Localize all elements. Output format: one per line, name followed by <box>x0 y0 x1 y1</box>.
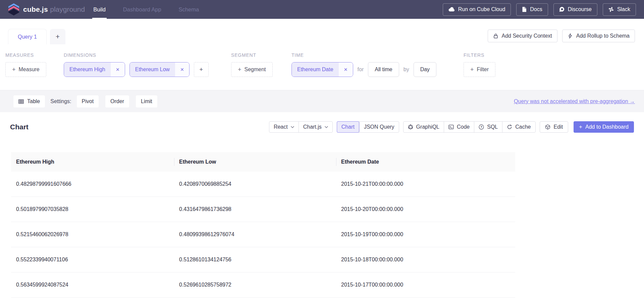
nav-tabs: Build Dashboard App Schema <box>92 0 200 19</box>
code-label: Code <box>457 124 470 130</box>
order-button[interactable]: Order <box>105 95 129 107</box>
plus-icon: + <box>238 66 241 73</box>
discourse-icon <box>559 7 565 12</box>
cubejs-playground: cube.js playground Build Dashboard App S… <box>0 0 644 302</box>
slack-label: Slack <box>617 6 630 12</box>
add-security-context-label: Add Security Context <box>502 33 552 39</box>
plus-icon: + <box>470 66 474 73</box>
edit-label: Edit <box>554 124 563 130</box>
remove-chip-icon[interactable]: × <box>339 62 353 77</box>
add-to-dashboard-label: Add to Dashboard <box>585 124 629 130</box>
pivot-button[interactable]: Pivot <box>77 95 99 107</box>
result-settings-bar: Table Settings: Pivot Order Limit Query … <box>0 90 644 112</box>
cell-ethereum-low: 0.48099398612976074 <box>174 231 336 238</box>
cube-logo-icon <box>8 3 19 16</box>
cell-ethereum-high: 0.5018979907035828 <box>11 206 174 212</box>
chevron-down-icon <box>291 126 294 128</box>
refresh-icon <box>507 124 512 130</box>
slack-icon <box>608 7 614 12</box>
run-on-cube-cloud-button[interactable]: Run on Cube Cloud <box>443 3 511 16</box>
table-row: 0.48298799991607666 0.4208970069885254 2… <box>11 172 515 197</box>
add-filter-label: Filter <box>477 67 489 73</box>
cloud-icon <box>448 7 455 12</box>
table-view-button[interactable]: Table <box>13 95 45 107</box>
date-range-button[interactable]: All time <box>368 62 399 77</box>
framework-select-value: React <box>274 124 288 130</box>
terminal-icon <box>448 124 454 130</box>
lock-icon <box>493 33 498 39</box>
zap-icon <box>568 33 573 39</box>
nav-tab-dashboard-app[interactable]: Dashboard App <box>122 0 162 19</box>
discourse-label: Discourse <box>568 6 592 12</box>
cell-ethereum-low: 0.5128610134124756 <box>174 257 336 263</box>
chip-label: Ethereum Low <box>130 62 175 77</box>
edit-button[interactable]: Edit <box>540 121 569 133</box>
column-header-ethereum-date: Ethereum Date <box>336 159 515 165</box>
nav-tab-build[interactable]: Build <box>92 0 107 19</box>
view-tabs: Chart JSON Query <box>337 121 399 133</box>
chart-panel-controls: React Chart.js <box>269 121 634 133</box>
segment-label: SEGMENT <box>231 52 273 58</box>
add-segment-label: Segment <box>245 67 266 73</box>
discourse-button[interactable]: Discourse <box>553 3 597 16</box>
chip-label: Ethereum High <box>64 62 111 77</box>
add-segment-button[interactable]: + Segment <box>231 62 273 77</box>
library-select-value: Chart.js <box>303 124 322 130</box>
granularity-button[interactable]: Day <box>414 62 436 77</box>
plus-icon: + <box>12 66 16 73</box>
chart-panel-header: Chart React Chart.js <box>10 121 634 133</box>
table-row: 0.5634599924087524 0.5269610285758972 20… <box>11 272 515 298</box>
tab-json-query[interactable]: JSON Query <box>359 122 399 132</box>
add-dimension-button[interactable]: + <box>194 62 209 77</box>
add-rollup-to-schema-button[interactable]: Add Rollup to Schema <box>562 30 635 42</box>
cell-ethereum-date: 2015-10-18T00:00:00.000 <box>336 257 515 263</box>
filters-label: FILTERS <box>464 52 495 58</box>
svg-text:?: ? <box>480 125 482 129</box>
add-query-tab-button[interactable]: + <box>50 29 65 44</box>
framework-select[interactable]: React <box>269 122 299 132</box>
add-filter-button[interactable]: + Filter <box>464 62 495 77</box>
by-text: by <box>404 67 409 73</box>
measures-group: MEASURES + Measure <box>5 52 46 77</box>
nav-tab-schema[interactable]: Schema <box>178 0 200 19</box>
table-view-label: Table <box>27 98 40 104</box>
preaggregation-link[interactable]: Query was not accelerated with pre-aggre… <box>514 98 635 104</box>
tab-chart[interactable]: Chart <box>337 121 359 133</box>
add-measure-button[interactable]: + Measure <box>5 62 46 77</box>
tab-cache[interactable]: Cache <box>502 122 535 132</box>
cache-label: Cache <box>515 124 531 130</box>
slack-button[interactable]: Slack <box>603 3 636 16</box>
codesandbox-icon <box>545 124 550 130</box>
add-to-dashboard-button[interactable]: + Add to Dashboard <box>574 121 634 133</box>
cell-ethereum-date: 2015-10-20T00:00:00.000 <box>336 206 515 212</box>
framework-library-selects: React Chart.js <box>269 121 333 133</box>
cubejs-logo: cube.js playground <box>8 3 85 16</box>
plus-icon: + <box>579 124 582 130</box>
tab-sql[interactable]: ? SQL <box>474 122 502 132</box>
remove-chip-icon[interactable]: × <box>175 62 189 77</box>
top-navbar: cube.js playground Build Dashboard App S… <box>0 0 644 19</box>
cell-ethereum-date: 2015-10-19T00:00:00.000 <box>336 231 515 238</box>
remove-chip-icon[interactable]: × <box>111 62 125 77</box>
docs-button[interactable]: Docs <box>516 3 548 16</box>
time-chip-ethereum-date[interactable]: Ethereum Date × <box>291 62 353 77</box>
cell-ethereum-low: 0.4316479861736298 <box>174 206 336 212</box>
dimension-chip-ethereum-low[interactable]: Ethereum Low × <box>129 62 190 77</box>
logo-suffix: playground <box>50 5 85 13</box>
for-text: for <box>358 67 364 73</box>
query-tab-1[interactable]: Query 1 <box>8 29 47 44</box>
query-tabs-row: Query 1 + Add Security Context Add <box>0 19 644 44</box>
tab-code[interactable]: Code <box>444 122 474 132</box>
chart-panel-title: Chart <box>10 123 29 131</box>
dimension-chip-ethereum-high[interactable]: Ethereum High × <box>64 62 125 77</box>
limit-button[interactable]: Limit <box>136 95 157 107</box>
settings-label: Settings: <box>50 98 71 104</box>
library-select[interactable]: Chart.js <box>299 122 332 132</box>
dimensions-label: DIMENSIONS <box>64 52 209 58</box>
tab-graphiql[interactable]: GraphiQL <box>404 122 444 132</box>
graphiql-label: GraphiQL <box>416 124 439 130</box>
add-security-context-button[interactable]: Add Security Context <box>488 30 557 42</box>
cell-ethereum-date: 2015-10-17T00:00:00.000 <box>336 282 515 288</box>
filters-group: FILTERS + Filter <box>464 52 495 77</box>
sql-label: SQL <box>487 124 498 130</box>
